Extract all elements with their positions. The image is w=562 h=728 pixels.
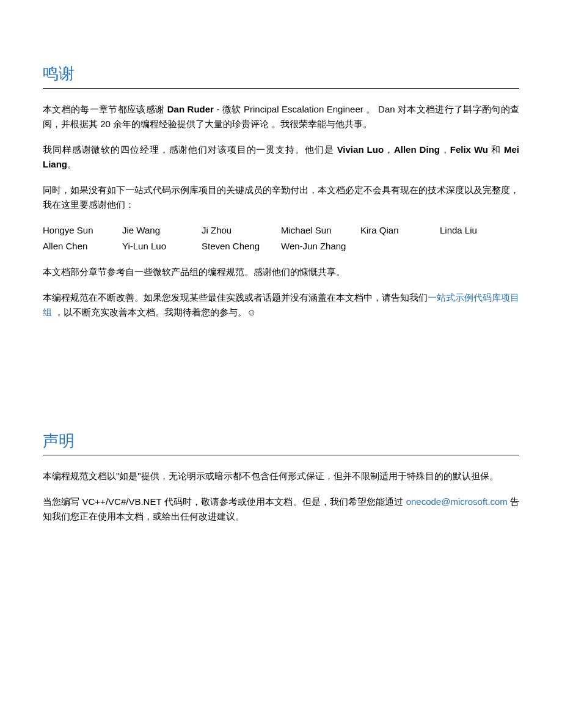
smiley-icon: ☺ [247,307,256,317]
text: 。 [67,159,76,169]
contributor-name: Kira Qian [360,223,440,238]
text: 当您编写 VC++/VC#/VB.NET 代码时，敬请参考或使用本文档。但是，我… [43,496,406,507]
disclaimer-paragraph-1: 本编程规范文档以"如是"提供，无论明示或暗示都不包含任何形式保证，但并不限制适用… [43,469,519,483]
text: 本编程规范在不断改善。如果您发现某些最佳实践或者话题并没有涵盖在本文档中，请告知… [43,292,428,303]
contributor-name: Hongye Sun [43,223,122,238]
ack-paragraph-3: 同时，如果没有如下一站式代码示例库项目的关键成员的辛勤付出，本文档必定不会具有现… [43,183,519,212]
text: ，以不断充实改善本文档。我期待着您的参与。 [52,307,247,317]
person-allen-ding: Allen Ding [394,144,440,155]
acknowledgements-heading: 鸣谢 [43,61,519,89]
text: ， [384,144,394,155]
contributor-name: Ji Zhou [202,223,281,238]
disclaimer-heading: 声明 [43,428,519,456]
contributor-name: Wen-Jun Zhang [281,239,360,254]
ack-paragraph-4: 本文档部分章节参考自一些微软产品组的编程规范。感谢他们的慷慨共享。 [43,265,519,279]
text: 和 [488,144,504,155]
contributors-grid: Hongye Sun Jie Wang Ji Zhou Michael Sun … [43,223,519,254]
person-felix-wu: Felix Wu [450,144,488,155]
person-vivian-luo: Vivian Luo [337,144,384,155]
contributor-name: Steven Cheng [202,239,281,254]
ack-paragraph-2: 我同样感谢微软的四位经理，感谢他们对该项目的一贯支持。他们是 Vivian Lu… [43,142,519,172]
person-dan-ruder: Dan Ruder [167,104,214,114]
contributor-name: Jie Wang [122,223,202,238]
contributor-name: Michael Sun [281,223,360,238]
text: ， [440,144,450,155]
ack-paragraph-5: 本编程规范在不断改善。如果您发现某些最佳实践或者话题并没有涵盖在本文档中，请告知… [43,290,519,320]
text: 本文档的每一章节都应该感谢 [43,104,167,114]
contributor-name: Yi-Lun Luo [122,239,202,254]
contributor-name: Allen Chen [43,239,122,254]
ack-paragraph-1: 本文档的每一章节都应该感谢 Dan Ruder - 微软 Principal E… [43,102,519,131]
contributor-name: Linda Liu [440,223,519,238]
contact-email-link[interactable]: onecode@microsoft.com [406,496,508,507]
text: 我同样感谢微软的四位经理，感谢他们对该项目的一贯支持。他们是 [43,144,337,155]
disclaimer-paragraph-2: 当您编写 VC++/VC#/VB.NET 代码时，敬请参考或使用本文档。但是，我… [43,495,519,524]
